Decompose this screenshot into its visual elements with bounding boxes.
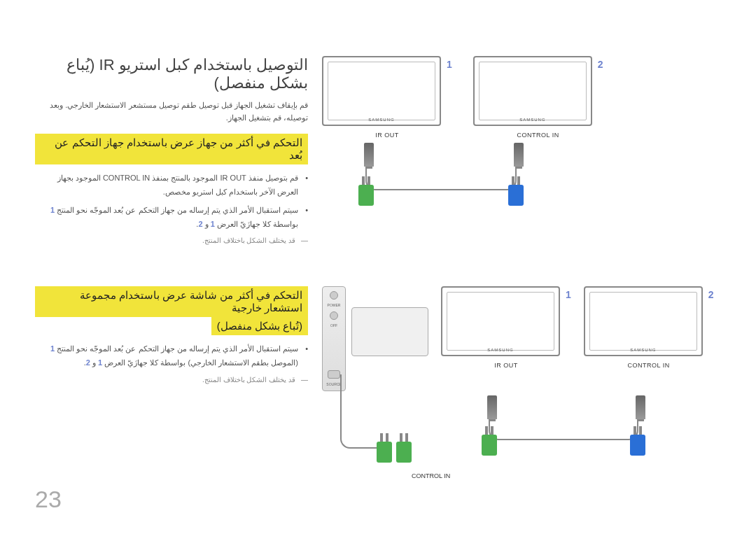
main-title: التوصيل باستخدام كبل استريو IR (يُباع بش… — [35, 56, 308, 92]
subheading-b: التحكم في أكثر من شاشة عرض باستخدام مجمو… — [35, 286, 308, 317]
monitor-2: SAMSUNG — [473, 56, 592, 126]
cable-line-2b — [340, 374, 382, 449]
subheading-b-sub: (تُباع بشكل منفصل) — [211, 317, 308, 335]
plug-blue-2 — [630, 435, 645, 456]
remote-label-source: SOURCE — [326, 383, 341, 386]
monitor-2-number: 2 — [598, 59, 603, 70]
bullet-a1: قم بتوصيل منفذ IR OUT الموجود بالمنتج بم… — [35, 171, 298, 199]
monitor-1b-number: 1 — [566, 289, 571, 300]
monitor-row-1: SAMSUNG 1 IR OUT SAMSUNG 2 CONTROL IN — [322, 56, 721, 139]
page-number: 23 — [35, 486, 62, 513]
bullet-b1-text: سيتم استقبال الأمر الذي يتم إرساله من جه… — [57, 344, 298, 353]
jack-green-2 — [487, 395, 497, 419]
ref-num-1c: 1 — [50, 344, 55, 353]
bullet-b1-tail: (الموصل بطقم الاستشعار الخارجي) بواسطة ك… — [104, 358, 298, 367]
brand-logo-3: SAMSUNG — [487, 348, 513, 352]
remote-btn-off — [330, 311, 338, 320]
brand-logo-4: SAMSUNG — [630, 348, 656, 352]
port-label-controlin-3: CONTROL IN — [412, 472, 450, 479]
remote-label-off: OFF — [330, 324, 337, 328]
remote-btn-power — [330, 291, 338, 300]
plug-green-3 — [377, 442, 392, 463]
port-label-irout-2: IR OUT — [441, 362, 571, 369]
subheading-a: التحكم في أكثر من جهاز عرض باستخدام جهاز… — [35, 134, 308, 164]
ref-num-2b: 2 — [86, 358, 90, 367]
remote-label-power: POWER — [328, 304, 341, 307]
port-label-controlin-2: CONTROL IN — [584, 362, 714, 369]
monitor-1: SAMSUNG — [322, 56, 441, 126]
bullet-b1: سيتم استقبال الأمر الذي يتم إرساله من جه… — [35, 342, 298, 370]
plug-blue-1 — [508, 185, 524, 206]
cable-diagram-2: CONTROL IN — [322, 395, 721, 479]
monitor-1-wrap-b: SAMSUNG 1 IR OUT — [441, 286, 571, 369]
monitor-2b-number: 2 — [708, 289, 714, 300]
ref-num-1: 1 — [50, 206, 55, 214]
jack-blue-1 — [514, 143, 524, 167]
ref-num-2: 2 — [198, 220, 202, 228]
text-column-1: التوصيل باستخدام كبل استريو IR (يُباع بش… — [35, 56, 308, 244]
cable-line-2a — [489, 419, 638, 440]
and-word: و — [205, 220, 209, 228]
monitor-2-wrap-b: SAMSUNG 2 CONTROL IN — [584, 286, 714, 369]
monitor-1-wrap: SAMSUNG 1 IR OUT — [322, 56, 452, 139]
monitor-1b: SAMSUNG — [441, 286, 560, 356]
port-label-controlin-1: CONTROL IN — [473, 132, 603, 139]
jack-green-1 — [364, 143, 374, 167]
plug-green-2 — [482, 435, 497, 456]
brand-logo-2: SAMSUNG — [519, 118, 545, 122]
bullet-a2-tail: بواسطة كلا جهازَيّ العرض — [217, 220, 298, 228]
section-ir-cable: التوصيل باستخدام كبل استريو IR (يُباع بش… — [35, 56, 721, 244]
ref-num-1d: 1 — [98, 358, 102, 367]
diagram-1: SAMSUNG 1 IR OUT SAMSUNG 2 CONTROL IN — [322, 56, 721, 244]
note-a: قد يختلف الشكل باختلاف المنتج. — [35, 237, 308, 244]
bullet-a2-text: سيتم استقبال الأمر الذي يتم إرساله من جه… — [57, 206, 298, 214]
bullet-a2: سيتم استقبال الأمر الذي يتم إرساله من جه… — [35, 204, 298, 232]
bullet-list-b: سيتم استقبال الأمر الذي يتم إرساله من جه… — [35, 342, 308, 370]
cable-line-1 — [365, 167, 517, 190]
text-column-2: التحكم في أكثر من شاشة عرض باستخدام مجمو… — [35, 286, 308, 479]
diagram-2: POWER OFF SOURCE SAMSUNG 1 — [322, 286, 721, 479]
brand-logo: SAMSUNG — [368, 118, 394, 122]
cable-diagram-1 — [322, 143, 721, 206]
plug-green-1 — [358, 185, 374, 206]
ref-num-1b: 1 — [211, 220, 215, 228]
sub-instruction: قم بإيقاف تشغيل الجهاز قبل توصيل طقم توص… — [35, 99, 308, 124]
section-external-sensor: التحكم في أكثر من شاشة عرض باستخدام مجمو… — [35, 286, 721, 479]
remote-btn-source — [328, 370, 340, 379]
monitor-1-number: 1 — [447, 59, 452, 70]
and-word-2: و — [92, 358, 96, 367]
port-label-irout-1: IR OUT — [322, 132, 452, 139]
monitor-2-wrap: SAMSUNG 2 CONTROL IN — [473, 56, 603, 139]
monitor-2b: SAMSUNG — [584, 286, 703, 356]
manual-page: التوصيل باستخدام كبل استريو IR (يُباع بش… — [0, 0, 756, 534]
bullet-list-a: قم بتوصيل منفذ IR OUT الموجود بالمنتج بم… — [35, 171, 308, 231]
note-b: قد يختلف الشكل باختلاف المنتج. — [35, 376, 308, 384]
ir-receiver-box — [351, 307, 428, 356]
jack-blue-2 — [636, 395, 645, 419]
plug-green-4 — [396, 442, 412, 463]
